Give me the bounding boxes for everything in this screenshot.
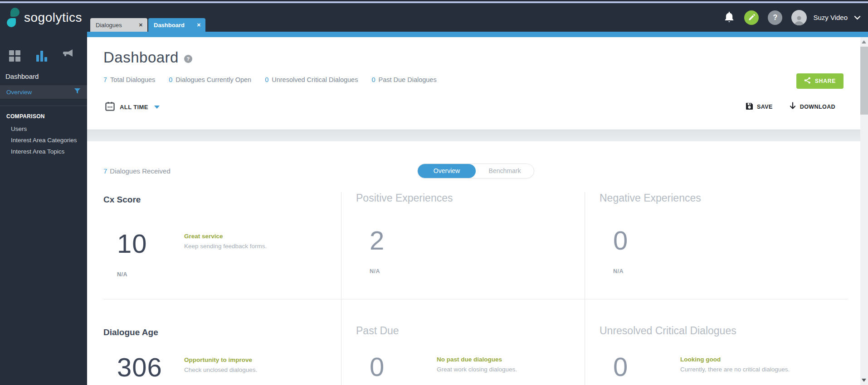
sidebar-title: Dashboard: [0, 62, 87, 85]
time-filter-label: ALL TIME: [120, 104, 148, 111]
card-unresolved-critical-dialogues: Unresolved Critical Dialogues 0 Looking …: [585, 299, 848, 385]
apps-grid-icon[interactable]: [9, 50, 20, 62]
tab-dialogues[interactable]: Dialogues ✕: [90, 18, 147, 32]
card-status: Looking good: [680, 356, 790, 363]
card-benchmark-note: N/A: [370, 268, 585, 274]
card-negative-experiences: Negative Experiences 0 N/A: [585, 192, 848, 299]
save-button[interactable]: SAVE: [746, 102, 773, 112]
logo-text: sogolytics: [24, 10, 82, 25]
vertical-scrollbar[interactable]: [860, 37, 868, 385]
page-title: Dashboard: [103, 49, 179, 66]
reports-chart-icon[interactable]: [36, 51, 47, 62]
stat-total-dialogues[interactable]: 7 Total Dialogues: [103, 76, 155, 83]
download-arrow-icon: [789, 102, 796, 112]
main-panel: Dashboard ? 7 Total Dialogues 0 Dialogue…: [87, 32, 868, 385]
card-status: Opportunity to improve: [184, 356, 257, 363]
card-value: 0: [613, 225, 680, 255]
stat-label: Past Due Dialogues: [379, 76, 437, 83]
card-value: 10: [117, 228, 184, 259]
scroll-up-arrow-icon[interactable]: [862, 40, 866, 43]
card-status: No past due dialogues: [437, 356, 517, 363]
view-toggle: Overview Benchmark: [417, 164, 534, 178]
download-button[interactable]: DOWNLOAD: [789, 102, 835, 112]
card-status: Great service: [184, 233, 267, 240]
active-tab-indicator-bar: [87, 32, 868, 37]
toggle-overview-button[interactable]: Overview: [418, 164, 476, 178]
sidebar-section-comparison: COMPARISON: [0, 112, 87, 123]
logo-icon: [6, 7, 20, 29]
dashboard-toolbar: Dashboard ? 7 Total Dialogues 0 Dialogue…: [87, 32, 868, 113]
app-logo[interactable]: sogolytics: [6, 7, 82, 29]
card-title: Positive Experiences: [356, 192, 585, 204]
sidebar-item-interest-area-topics[interactable]: Interest Area Topics: [0, 146, 87, 157]
sidebar-divider: [0, 106, 87, 106]
stat-dialogues-currently-open[interactable]: 0 Dialogues Currently Open: [169, 76, 251, 83]
save-icon: [746, 102, 753, 112]
avatar[interactable]: [791, 10, 807, 25]
toggle-benchmark-button[interactable]: Benchmark: [476, 164, 534, 178]
card-title: Cx Score: [103, 192, 341, 205]
close-icon[interactable]: ✕: [197, 23, 201, 28]
card-dialogue-age: Dialogue Age 306 Opportunity to improve …: [103, 299, 341, 385]
card-value: 306: [117, 352, 184, 382]
card-cx-score: Cx Score 10 Great service Keep sending f…: [103, 192, 341, 299]
card-title: Unresolved Critical Dialogues: [600, 325, 848, 337]
stat-label: Unresolved Critical Dialogues: [272, 76, 358, 83]
stat-value: 0: [169, 76, 172, 83]
sidebar-item-overview[interactable]: Overview: [0, 85, 87, 99]
tab-dashboard[interactable]: Dashboard ✕: [148, 18, 205, 32]
time-filter-dropdown[interactable]: ALL TIME: [105, 101, 160, 113]
scrollbar-thumb[interactable]: [860, 47, 868, 115]
stat-past-due-dialogues[interactable]: 0 Past Due Dialogues: [371, 76, 436, 83]
card-value: 0: [613, 351, 680, 382]
user-name[interactable]: Suzy Video: [813, 14, 848, 21]
caret-down-icon: [154, 106, 160, 109]
summary-stats-row: 7 Total Dialogues 0 Dialogues Currently …: [103, 76, 848, 83]
card-value: 0: [370, 351, 437, 382]
help-button[interactable]: ?: [768, 10, 782, 25]
share-label: SHARE: [815, 78, 836, 84]
section-divider-band: [87, 130, 868, 141]
card-description: Currently, there are no critical dialogu…: [680, 366, 790, 373]
card-positive-experiences: Positive Experiences 2 N/A: [341, 192, 585, 299]
card-description: Keep sending feedback forms.: [184, 243, 267, 250]
share-button[interactable]: SHARE: [796, 73, 844, 89]
stat-unresolved-critical-dialogues[interactable]: 0 Unresolved Critical Dialogues: [265, 76, 358, 83]
received-label: Dialogues Received: [110, 167, 170, 175]
notifications-bell-icon[interactable]: [723, 11, 735, 24]
card-title: Negative Experiences: [600, 192, 848, 204]
card-title: Dialogue Age: [103, 325, 341, 337]
tab-label: Dashboard: [154, 22, 185, 29]
share-icon: [804, 77, 811, 85]
app-header: sogolytics Dialogues ✕ Dashboard ✕ ?: [0, 3, 868, 32]
chevron-down-icon[interactable]: [854, 14, 861, 22]
filter-icon[interactable]: [74, 88, 81, 96]
card-description: Great work closing dialogues.: [437, 366, 517, 373]
question-icon: ?: [773, 14, 778, 22]
tab-label: Dialogues: [96, 22, 122, 29]
scroll-down-arrow-icon[interactable]: [862, 379, 866, 382]
save-label: SAVE: [757, 104, 773, 110]
workspace-tabs: Dialogues ✕ Dashboard ✕: [90, 18, 205, 32]
card-value: 2: [370, 225, 437, 255]
dialogues-received-count: 7 Dialogues Received: [103, 167, 171, 175]
received-value: 7: [103, 167, 107, 175]
download-label: DOWNLOAD: [800, 104, 835, 110]
announcements-megaphone-icon[interactable]: [63, 49, 74, 62]
sidebar-item-interest-area-categories[interactable]: Interest Area Categories: [0, 135, 87, 146]
card-past-due: Past Due 0 No past due dialogues Great w…: [341, 299, 585, 385]
stat-value: 0: [265, 76, 268, 83]
sidebar: Dashboard Overview COMPARISON Users Inte…: [0, 32, 87, 385]
sidebar-item-users[interactable]: Users: [0, 123, 87, 135]
stat-label: Total Dialogues: [110, 76, 155, 83]
card-title: Past Due: [356, 325, 585, 337]
stat-label: Dialogues Currently Open: [176, 76, 251, 83]
stat-value: 7: [103, 76, 107, 83]
close-icon[interactable]: ✕: [139, 23, 143, 28]
compose-pencil-button[interactable]: [744, 10, 759, 25]
sidebar-item-label: Overview: [6, 89, 32, 96]
page-help-icon[interactable]: ?: [184, 55, 192, 63]
stat-value: 0: [371, 76, 375, 83]
calendar-icon: [105, 101, 115, 113]
card-description: Check unclosed dialogues.: [184, 366, 257, 373]
